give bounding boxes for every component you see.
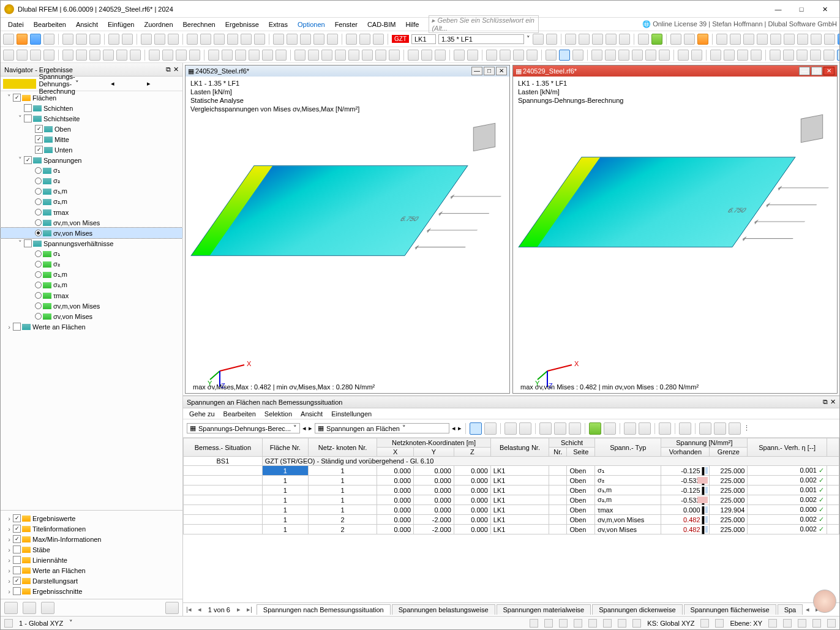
- table-row[interactable]: 110.0000.0000.000LK1Obenσ₂,m-0.532 ▌225.…: [184, 495, 839, 505]
- tree-node[interactable]: Mitte: [1, 134, 182, 144]
- close-icon[interactable]: ✕: [173, 66, 179, 73]
- tool-icon[interactable]: [214, 34, 225, 45]
- col-schicht-nr[interactable]: Nr.: [549, 448, 567, 457]
- tool-icon[interactable]: [348, 50, 359, 61]
- tool-icon[interactable]: [187, 34, 198, 45]
- cell-bs[interactable]: BS1: [184, 457, 263, 466]
- tool-icon[interactable]: [62, 50, 73, 61]
- navigator-options[interactable]: ›Ergebniswerte›Titelinformationen›Max/Mi…: [1, 510, 182, 599]
- maximize-button[interactable]: □: [790, 2, 812, 16]
- tool-icon[interactable]: [254, 34, 265, 45]
- search-icon[interactable]: [679, 422, 691, 435]
- menu-extras[interactable]: Extras: [264, 20, 293, 29]
- tool-icon[interactable]: [678, 50, 689, 61]
- keyword-search[interactable]: ▸ Geben Sie ein Schlüsselwort ein (Alt..…: [429, 15, 539, 33]
- results-grid[interactable]: Bemess.- Situation Fläche Nr. Netz- knot…: [183, 438, 839, 602]
- tool-icon[interactable]: [89, 50, 100, 61]
- tool-icon[interactable]: [710, 50, 721, 61]
- table-row[interactable]: 120.000-2.0000.000LK1Obenσv,m,von Mises0…: [184, 515, 839, 525]
- option-ergebniswerte[interactable]: ›Ergebniswerte: [1, 513, 182, 523]
- tool-icon[interactable]: [651, 34, 662, 45]
- navcube-icon[interactable]: [794, 111, 831, 148]
- maximize-button[interactable]: □: [484, 67, 495, 75]
- tool-icon[interactable]: [714, 422, 726, 435]
- col-flaeche[interactable]: Fläche Nr.: [262, 438, 308, 457]
- tool-icon[interactable]: [579, 34, 590, 45]
- tool-icon[interactable]: [103, 50, 114, 61]
- tool-icon[interactable]: [165, 602, 179, 614]
- nav-prev-icon[interactable]: ◂: [111, 80, 144, 88]
- tool-icon[interactable]: [559, 50, 570, 61]
- tool-icon[interactable]: [811, 34, 822, 45]
- tool-icon[interactable]: [691, 50, 702, 61]
- tool-icon[interactable]: [784, 34, 795, 45]
- tree-node[interactable]: ˅Schichtseite: [1, 113, 182, 124]
- tool-icon[interactable]: [335, 50, 346, 61]
- chevron-down-icon[interactable]: ˅: [527, 35, 530, 43]
- tool-icon[interactable]: [435, 50, 446, 61]
- tool-icon[interactable]: [639, 422, 651, 435]
- tool-icon[interactable]: [632, 50, 643, 61]
- eye-icon[interactable]: [23, 602, 36, 614]
- results-menu-selektion[interactable]: Selektion: [264, 410, 292, 418]
- results-menu-einstellungen[interactable]: Einstellungen: [331, 410, 372, 418]
- tool-icon[interactable]: [276, 50, 287, 61]
- results-tab[interactable]: Spannungen dickenweise: [592, 604, 682, 615]
- tool-icon[interactable]: [504, 422, 517, 435]
- table-row[interactable]: 110.0000.0000.000LK1Obenσ₁,m-0.125 ▌225.…: [184, 486, 839, 495]
- status-cs[interactable]: 1 - Global XYZ: [19, 620, 63, 627]
- first-page-icon[interactable]: |◂: [183, 606, 195, 613]
- tool-icon[interactable]: [300, 34, 311, 45]
- tool-icon[interactable]: [470, 422, 482, 435]
- menu-cad-bim[interactable]: CAD-BIM: [362, 20, 400, 29]
- undo-icon[interactable]: [108, 34, 119, 45]
- tool-icon[interactable]: [373, 34, 384, 45]
- pin-icon[interactable]: ⧉: [166, 66, 171, 73]
- tool-icon[interactable]: [670, 34, 681, 45]
- status-icon[interactable]: [544, 619, 553, 628]
- status-icon[interactable]: [588, 619, 597, 628]
- minimize-button[interactable]: —: [471, 67, 482, 75]
- navigator-selector[interactable]: Spannungs-Dehnungs-Berechnung ˅ ◂ ▸: [1, 77, 182, 91]
- tool-icon[interactable]: [572, 50, 583, 61]
- tree-node[interactable]: τmax: [1, 290, 182, 301]
- tree-node[interactable]: ›Werte an Flächen: [1, 321, 182, 332]
- tool-icon[interactable]: [76, 50, 87, 61]
- tool-icon[interactable]: [737, 50, 748, 61]
- navcube-icon[interactable]: [467, 119, 503, 156]
- col-x[interactable]: X: [377, 448, 414, 457]
- tool-icon[interactable]: [810, 50, 821, 61]
- pin-icon[interactable]: ⧉: [823, 398, 828, 406]
- colgrp-coords[interactable]: Netzknoten-Koordinaten [m]: [377, 438, 490, 448]
- table-row[interactable]: 120.000-2.0000.000LK1Obenσv,von Mises0.4…: [184, 525, 839, 534]
- status-icon[interactable]: [632, 619, 641, 628]
- tool-icon[interactable]: [200, 34, 211, 45]
- tool-icon[interactable]: [699, 422, 711, 435]
- tool-icon[interactable]: [130, 50, 141, 61]
- more-icon[interactable]: ⋮: [743, 424, 750, 432]
- tool-icon[interactable]: [375, 50, 386, 61]
- open-icon[interactable]: [17, 34, 28, 45]
- tool-icon[interactable]: [604, 422, 616, 435]
- tree-node[interactable]: σv,m,von Mises: [1, 217, 182, 228]
- tool-icon[interactable]: [346, 34, 357, 45]
- col-vorhanden[interactable]: Vorhanden: [661, 448, 710, 457]
- tool-icon[interactable]: [154, 34, 165, 45]
- colgrp-schicht[interactable]: Schicht: [549, 438, 595, 448]
- option-linienn-hte[interactable]: ›Liniennähte: [1, 555, 182, 565]
- tool-icon[interactable]: [783, 50, 794, 61]
- tool-icon[interactable]: [43, 34, 54, 45]
- tool-icon[interactable]: [838, 34, 839, 45]
- tool-icon[interactable]: [592, 34, 603, 45]
- nav-next-icon[interactable]: [546, 34, 557, 45]
- tree-node[interactable]: σv,von Mises: [1, 228, 182, 238]
- redo-icon[interactable]: [122, 34, 133, 45]
- minimize-button[interactable]: —: [799, 67, 810, 75]
- tool-icon[interactable]: [638, 34, 649, 45]
- status-icon[interactable]: [812, 619, 821, 628]
- results-tab[interactable]: Spannungen nach Bemessungssituation: [257, 604, 391, 615]
- status-icon[interactable]: [618, 619, 626, 628]
- tool-icon[interactable]: [618, 50, 629, 61]
- save-all-icon[interactable]: [76, 34, 87, 45]
- tool-icon[interactable]: [770, 34, 781, 45]
